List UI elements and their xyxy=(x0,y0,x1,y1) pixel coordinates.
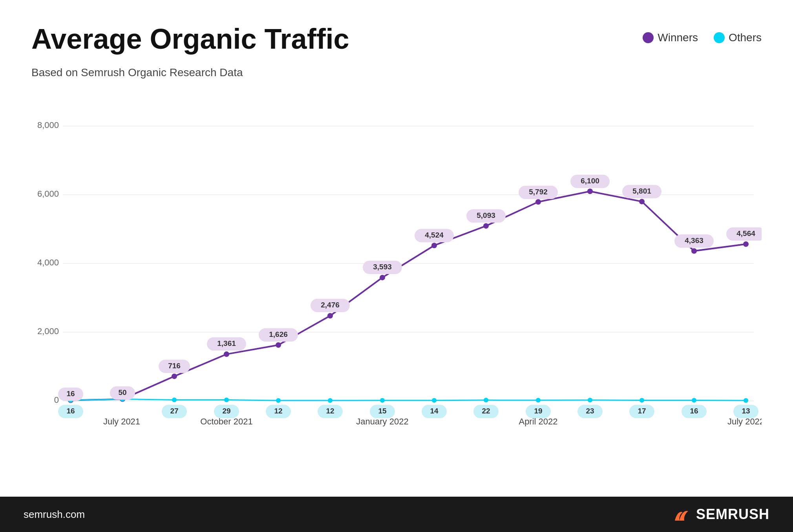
svg-text:4,363: 4,363 xyxy=(685,236,703,245)
svg-text:3,593: 3,593 xyxy=(373,263,392,271)
winners-dot-9 xyxy=(535,199,541,205)
chart-svg: 8,000 6,000 4,000 2,000 0 July 2021 Octo… xyxy=(31,95,762,448)
svg-text:23: 23 xyxy=(586,407,594,415)
svg-text:29: 29 xyxy=(222,407,230,415)
winners-label: Winners xyxy=(658,31,698,44)
winners-dot-4 xyxy=(276,342,281,348)
svg-text:17: 17 xyxy=(638,407,646,415)
svg-text:16: 16 xyxy=(690,407,698,415)
legend: Winners Others xyxy=(643,31,762,44)
others-dot-10 xyxy=(588,398,592,402)
svg-text:4,000: 4,000 xyxy=(37,258,59,267)
svg-text:16: 16 xyxy=(66,389,75,398)
svg-text:1,626: 1,626 xyxy=(269,330,288,338)
others-dot-11 xyxy=(640,398,644,403)
svg-text:22: 22 xyxy=(482,407,490,415)
others-dot-2 xyxy=(172,398,177,402)
svg-text:2,000: 2,000 xyxy=(37,326,59,336)
chart-subtitle: Based on Semrush Organic Research Data xyxy=(31,66,762,79)
winners-dot-8 xyxy=(483,223,489,229)
others-dot-9 xyxy=(536,398,541,402)
winners-dot-7 xyxy=(431,243,437,248)
chart-title: Average Organic Traffic xyxy=(31,24,349,55)
svg-text:15: 15 xyxy=(378,407,387,415)
svg-text:16: 16 xyxy=(66,407,75,415)
winners-dot-3 xyxy=(224,351,229,357)
svg-text:19: 19 xyxy=(534,407,542,415)
svg-text:13: 13 xyxy=(742,407,750,415)
svg-text:4,564: 4,564 xyxy=(736,229,755,238)
svg-text:5,801: 5,801 xyxy=(632,187,651,195)
winners-dot xyxy=(643,32,654,43)
others-dot-4 xyxy=(276,398,281,403)
svg-text:2,476: 2,476 xyxy=(321,301,340,309)
svg-text:5,093: 5,093 xyxy=(477,211,495,219)
winners-dot-6 xyxy=(380,275,385,280)
semrush-logo-icon xyxy=(672,506,691,522)
svg-text:8,000: 8,000 xyxy=(37,120,59,130)
svg-text:14: 14 xyxy=(430,407,439,415)
others-dot-7 xyxy=(432,398,437,403)
svg-text:5,792: 5,792 xyxy=(529,188,548,196)
others-dot xyxy=(714,32,725,43)
winners-dot-5 xyxy=(327,313,333,318)
svg-text:July 2021: July 2021 xyxy=(103,417,140,426)
semrush-logo: SEMRUSH xyxy=(672,506,769,523)
winners-dot-10 xyxy=(587,188,593,194)
svg-text:0: 0 xyxy=(54,395,59,405)
others-dot-5 xyxy=(328,398,333,403)
others-line xyxy=(71,399,746,400)
svg-text:6,100: 6,100 xyxy=(581,177,599,185)
others-dot-6 xyxy=(380,398,385,403)
semrush-brand-text: SEMRUSH xyxy=(696,506,769,523)
winners-dot-2 xyxy=(172,374,177,379)
chart-header: Average Organic Traffic Winners Others xyxy=(31,24,762,55)
chart-area: 8,000 6,000 4,000 2,000 0 July 2021 Octo… xyxy=(31,95,762,448)
others-dot-3 xyxy=(224,398,229,402)
others-dot-13 xyxy=(744,398,748,403)
others-dot-8 xyxy=(484,398,488,402)
svg-text:12: 12 xyxy=(274,407,282,415)
svg-text:6,000: 6,000 xyxy=(37,189,59,199)
svg-text:27: 27 xyxy=(170,407,178,415)
svg-text:50: 50 xyxy=(118,388,126,397)
winners-dot-12 xyxy=(691,248,697,254)
winners-dot-13 xyxy=(743,241,749,247)
winners-dot-11 xyxy=(639,199,645,205)
legend-others: Others xyxy=(714,31,762,44)
legend-winners: Winners xyxy=(643,31,698,44)
svg-text:716: 716 xyxy=(168,362,181,370)
others-label: Others xyxy=(729,31,762,44)
footer-url: semrush.com xyxy=(24,508,85,521)
svg-text:12: 12 xyxy=(326,407,334,415)
svg-text:4,524: 4,524 xyxy=(425,231,444,239)
footer: semrush.com SEMRUSH xyxy=(0,497,793,532)
main-content: Average Organic Traffic Winners Others B… xyxy=(0,0,793,497)
svg-text:1,361: 1,361 xyxy=(217,339,236,347)
others-dot-12 xyxy=(692,398,696,403)
